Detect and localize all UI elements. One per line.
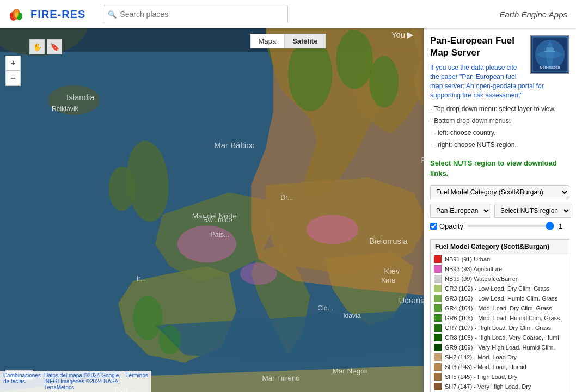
layer-dropdown-row: Fuel Model Category (Scott&Burgan) xyxy=(430,185,569,199)
legend-list: NB91 (91) UrbanNB93 (93) AgricultureNB99… xyxy=(431,254,569,392)
legend-color-swatch xyxy=(434,275,442,283)
opacity-value: 1 xyxy=(559,222,569,230)
map-data-link[interactable]: Datos del mapa ©2024 Google, INEGI Imáge… xyxy=(44,372,122,390)
legend-item-label: SH2 (142) - Mod. Load Dry xyxy=(445,354,517,360)
fire-res-logo-icon[interactable] xyxy=(7,4,26,24)
svg-text:Dr...: Dr... xyxy=(280,194,292,201)
right-panel: Geo•matica Pan-European Fuel Map Server … xyxy=(424,28,576,392)
nuts-region-select[interactable]: Select NUTS region xyxy=(494,204,571,218)
svg-rect-64 xyxy=(544,51,555,52)
svg-point-14 xyxy=(336,30,373,89)
svg-point-5 xyxy=(15,13,18,18)
geomatica-logo: Geo•matica xyxy=(530,35,569,74)
svg-text:País...: País... xyxy=(211,231,230,238)
bookmark-icon[interactable]: 🔖 xyxy=(47,39,62,54)
legend-color-swatch xyxy=(434,304,442,312)
legend-item-label: GR2 (102) - Low Load, Dry Clim. Grass xyxy=(445,285,550,292)
panel-header: Geo•matica Pan-European Fuel Map Server … xyxy=(424,28,576,154)
legend-color-swatch xyxy=(434,334,442,341)
search-icon: 🔍 xyxy=(108,10,117,19)
legend-item-label: GR3 (103) - Low Load, Humid Clim. Grass xyxy=(445,295,557,302)
svg-rect-65 xyxy=(546,47,554,51)
legend-title: Fuel Model Category (Scott&Burgan) xyxy=(431,240,569,254)
country-select[interactable]: Pan-European xyxy=(430,204,491,218)
zoom-out-button[interactable]: − xyxy=(5,71,21,86)
search-bar[interactable]: 🔍 xyxy=(103,5,288,23)
legend-item: SH7 (147) - Very High Load, Dry xyxy=(431,382,569,391)
legend-item: GR9 (109) - Very High Load. Humid Clim. xyxy=(431,342,569,352)
nuts-select-instruction: Select NUTS region to view download link… xyxy=(424,154,576,180)
legend-item: GR8 (108) - High Load, Very Coarse, Humi xyxy=(431,333,569,342)
legend-item-label: SH7 (147) - Very High Load, Dry xyxy=(445,383,531,390)
earth-engine-label: Earth Engine Apps xyxy=(499,10,567,19)
header: FIRE-RES 🔍 Earth Engine Apps xyxy=(0,0,576,28)
svg-text:Geo•matica: Geo•matica xyxy=(540,65,560,69)
svg-text:Islandia: Islandia xyxy=(66,93,95,102)
svg-point-15 xyxy=(369,56,399,108)
legend-item-label: GR4 (104) - Mod. Load, Dry Clim. Grass xyxy=(445,305,552,311)
legend-color-swatch xyxy=(434,285,442,292)
map-type-mapa[interactable]: Mapa xyxy=(250,34,285,48)
legend-color-swatch xyxy=(434,344,442,351)
hand-cursor-icon[interactable]: ✋ xyxy=(29,39,45,54)
legend-item-label: NB93 (93) Agriculture xyxy=(445,266,502,272)
svg-point-17 xyxy=(307,215,358,244)
legend-item: NB91 (91) Urban xyxy=(431,254,569,264)
legend-item: NB99 (99) Water/Ice/Barren xyxy=(431,274,569,284)
opacity-slider[interactable] xyxy=(468,225,554,227)
legend-item-label: GR6 (106) - Mod. Load, Humid Clim. Grass xyxy=(445,315,560,321)
svg-point-20 xyxy=(159,326,181,355)
svg-text:Київ: Київ xyxy=(381,276,395,284)
svg-text:Ir...: Ir... xyxy=(137,275,146,283)
map-type-buttons: Mapa Satélite xyxy=(250,34,326,48)
legend-color-swatch xyxy=(434,295,442,302)
legend-item-label: NB91 (91) Urban xyxy=(445,256,490,262)
legend-item-label: NB99 (99) Water/Ice/Barren xyxy=(445,275,519,282)
legend-item: GR3 (103) - Low Load, Humid Clim. Grass xyxy=(431,293,569,303)
legend-item: GR2 (102) - Low Load, Dry Clim. Grass xyxy=(431,284,569,293)
opacity-text: Opacity xyxy=(439,222,463,230)
terms-link[interactable]: Términos xyxy=(125,372,148,390)
panel-controls: Fuel Model Category (Scott&Burgan) Pan-E… xyxy=(424,181,576,239)
map-controls: ✋ 🔖 + − xyxy=(5,34,21,86)
panel-description: - Top drop-down menu: select layer to vi… xyxy=(430,104,569,150)
svg-text:You ▶: You ▶ xyxy=(391,30,414,39)
legend-item-label: SH3 (143) - Mod. Load, Humid xyxy=(445,364,526,370)
legend-color-swatch xyxy=(434,265,442,273)
logo-area: FIRE-RES xyxy=(0,4,92,24)
legend-item: GR7 (107) - High Load, Dry Clim. Grass xyxy=(431,323,569,333)
search-input[interactable] xyxy=(120,10,283,19)
legend-box: Fuel Model Category (Scott&Burgan) NB91 … xyxy=(430,239,569,392)
legend-item-label: SH5 (145) - High Load, Dry xyxy=(445,373,517,380)
legend-item-label: GR9 (109) - Very High Load. Humid Clim. xyxy=(445,344,555,351)
legend-item-label: GR7 (107) - High Load, Dry Clim. Grass xyxy=(445,324,551,331)
svg-text:Clo...: Clo... xyxy=(317,304,333,312)
legend-item: SH3 (143) - Mod. Load, Humid xyxy=(431,362,569,372)
legend-item: SH5 (145) - High Load, Dry xyxy=(431,372,569,382)
map-type-satelite[interactable]: Satélite xyxy=(284,34,326,48)
logo-text: FIRE-RES xyxy=(30,8,85,21)
svg-text:Rw...mido: Rw...mido xyxy=(203,216,232,224)
legend-color-swatch xyxy=(434,324,442,332)
svg-point-19 xyxy=(133,296,162,340)
layer-select[interactable]: Fuel Model Category (Scott&Burgan) xyxy=(430,185,569,199)
svg-text:Mar Tirreno: Mar Tirreno xyxy=(262,374,300,382)
svg-text:Mar Negro: Mar Negro xyxy=(332,367,367,375)
legend-color-swatch xyxy=(434,255,442,263)
legend-item: SH2 (142) - Mod. Load Dry xyxy=(431,352,569,362)
desc-line-1: - Top drop-down menu: select layer to vi… xyxy=(430,104,569,114)
keyboard-shortcuts-link[interactable]: Combinaciones de teclas xyxy=(3,372,41,390)
opacity-row: Opacity 1 xyxy=(430,222,569,230)
legend-item: NB93 (93) Agriculture xyxy=(431,264,569,274)
opacity-checkbox[interactable] xyxy=(430,223,437,230)
svg-point-18 xyxy=(240,262,277,285)
svg-point-11 xyxy=(108,167,135,211)
desc-line-4: - right: choose NUTS region. xyxy=(430,140,569,150)
svg-text:Bielorrusia: Bielorrusia xyxy=(369,236,408,246)
map-footer: Combinaciones de teclas Datos del mapa ©… xyxy=(0,371,151,392)
svg-text:Ucrania: Ucrania xyxy=(399,296,427,305)
zoom-in-button[interactable]: + xyxy=(5,56,21,71)
svg-text:ldavia: ldavia xyxy=(344,312,361,320)
legend-item-label: GR8 (108) - High Load, Very Coarse, Humi xyxy=(445,334,559,341)
legend-color-swatch xyxy=(434,373,442,381)
